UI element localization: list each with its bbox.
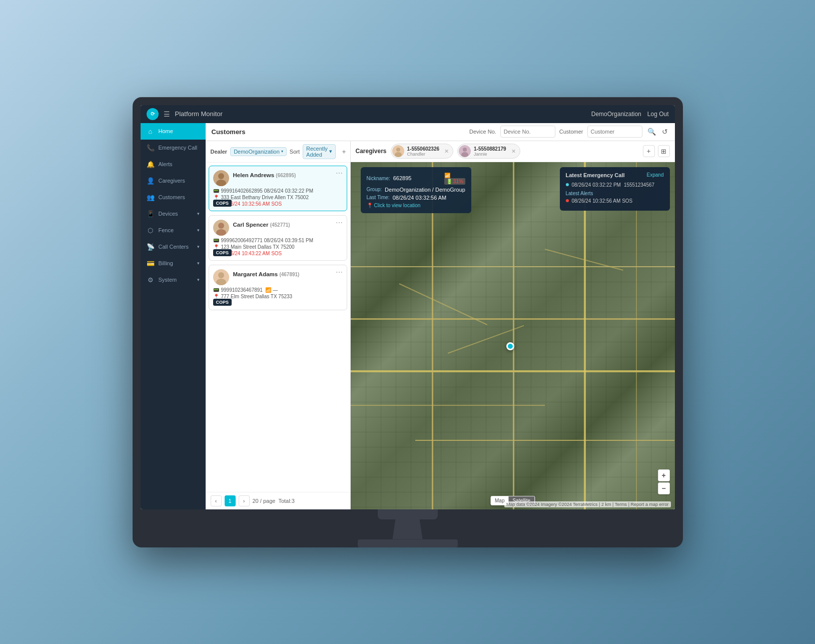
call-datetime: 08/26/24 03:32:22 PM (572, 182, 621, 188)
map-container[interactable]: Nickname: 662895 📶 🔋 31% (351, 162, 675, 509)
customer-sos-2: 🔴 — (213, 300, 343, 306)
sidebar-item-caregivers[interactable]: 👤 Caregivers (141, 173, 206, 189)
remove-caregiver-1[interactable]: ✕ (511, 148, 516, 155)
sidebar-item-customers[interactable]: 👥 Customers (141, 189, 206, 206)
settings-icon-cg: ⊞ (661, 148, 666, 155)
customer-phone-0: 📟 999916402662895 08/26/24 03:32:22 PM (213, 188, 343, 194)
address-icon-2: 📍 (213, 294, 219, 299)
sidebar-item-home[interactable]: ⌂ Home (141, 123, 206, 140)
add-filter-button[interactable]: ＋ (339, 146, 350, 157)
last-time-label: Last Time: (367, 195, 390, 200)
dealer-chevron-icon: ▾ (281, 149, 283, 154)
sidebar-item-fence[interactable]: ⬡ Fence ▾ (141, 222, 206, 239)
phone-icon: 📟 (213, 188, 219, 194)
nickname-value: 662895 (393, 175, 412, 181)
devices-icon: 📱 (147, 210, 155, 218)
svg-point-7 (218, 272, 224, 278)
customer-info-2: Margaret Adams (467891) (233, 269, 343, 278)
customer-avatar-2 (213, 269, 229, 285)
customer-name-2: Margaret Adams (467891) (233, 271, 300, 277)
sidebar-label-home: Home (159, 128, 173, 134)
marker-dot-blue (506, 342, 514, 350)
caregiver-name-0: 1-5550602326 (407, 146, 440, 152)
sidebar-label-emergency: Emergency Call (159, 145, 198, 151)
customer-list: Helen Andrews (662895) ⋯ 📟 9999164026628… (206, 163, 350, 492)
caregiver-chip-1[interactable]: 1-5550882179 Jannie ✕ (457, 144, 520, 159)
logout-button[interactable]: Log Out (647, 111, 669, 118)
call-indicator (566, 183, 569, 186)
alert-sos: 08/26/24 10:32:56 AM SOS (572, 198, 633, 204)
refresh-button[interactable]: ↺ (661, 127, 669, 137)
customer-sos-0: 🔴 08/26/24 10:32:56 AM SOS (213, 201, 343, 207)
search-button[interactable]: 🔍 (646, 127, 657, 137)
zoom-in-button[interactable]: + (658, 469, 670, 481)
call-centers-icon: 📡 (147, 243, 155, 251)
remove-caregiver-0[interactable]: ✕ (444, 148, 449, 155)
expand-link[interactable]: Expand (647, 172, 664, 178)
svg-point-14 (461, 152, 468, 157)
customer-menu-1[interactable]: ⋯ (336, 219, 343, 227)
dealer-label: Dealer (211, 149, 228, 155)
map-popup: Nickname: 662895 📶 🔋 31% (361, 167, 471, 213)
device-no-input[interactable] (500, 126, 555, 138)
logo: ⟳ (147, 108, 159, 120)
hamburger-icon[interactable]: ☰ (164, 110, 170, 118)
alerts-icon: 🔔 (147, 161, 155, 168)
sort-label: Sort (290, 149, 300, 155)
sidebar-item-emergency-call[interactable]: 📞 Emergency Call (141, 140, 206, 156)
sidebar-item-billing[interactable]: 💳 Billing ▾ (141, 255, 206, 272)
customer-menu-2[interactable]: ⋯ (336, 268, 343, 276)
next-page-button[interactable]: › (239, 495, 250, 506)
logo-icon: ⟳ (147, 108, 159, 120)
emergency-title: Latest Emergency Call (566, 172, 625, 178)
customer-address-2: 📍 777 Elm Street Dallas TX 75233 (213, 294, 343, 299)
cops-badge-2: COPS (213, 299, 232, 306)
sidebar: ⌂ Home 📞 Emergency Call 🔔 Alerts 👤 Careg… (141, 123, 206, 509)
chevron-down-icon: ▾ (197, 211, 200, 216)
chevron-down-icon-5: ▾ (197, 277, 200, 282)
customer-avatar-0 (213, 170, 229, 186)
total-count: Total:3 (278, 498, 294, 504)
sidebar-label-alerts: Alerts (159, 161, 173, 167)
per-page-select[interactable]: 20 / page (253, 498, 276, 504)
sidebar-item-system[interactable]: ⚙ System ▾ (141, 272, 206, 288)
sort-filter[interactable]: Recently Added ▾ (303, 144, 336, 159)
group-value: DemoOrganization / DemoGroup (385, 187, 465, 193)
sos-indicator (566, 199, 569, 202)
customer-input[interactable] (587, 126, 642, 138)
customer-menu-0[interactable]: ⋯ (336, 169, 343, 177)
view-location-link[interactable]: 📍 Click to view location (367, 203, 465, 208)
customer-card-0[interactable]: Helen Andrews (662895) ⋯ 📟 9999164026628… (209, 166, 347, 211)
caregiver-sub-0: Chandler (407, 152, 440, 157)
dealer-filter[interactable]: DemoOrganization ▾ (230, 147, 287, 156)
customer-card-2[interactable]: Margaret Adams (467891) ⋯ 📟 999910236467… (209, 265, 347, 310)
svg-point-1 (218, 173, 224, 179)
emergency-call-icon: 📞 (147, 144, 155, 152)
prev-page-button[interactable]: ‹ (211, 495, 222, 506)
customer-card-1[interactable]: Carl Spencer (452771) ⋯ 📟 99996200649277… (209, 215, 347, 261)
caregiver-chip-0[interactable]: 1-5550602326 Chandler ✕ (391, 144, 454, 159)
chevron-down-icon-3: ▾ (197, 244, 200, 249)
cops-badge-1: COPS (213, 249, 232, 256)
map-marker-primary[interactable] (506, 342, 516, 352)
zoom-out-button[interactable]: − (658, 482, 670, 494)
page-title: Customers (212, 128, 246, 136)
dealer-value: DemoOrganization (234, 149, 280, 155)
customer-label: Customer (559, 129, 583, 135)
address-icon-1: 📍 (213, 244, 219, 250)
chevron-down-icon-2: ▾ (197, 228, 200, 233)
add-caregiver-button[interactable]: ＋ (643, 145, 655, 157)
battery-indicator: 🔋 31% (444, 178, 465, 185)
caregiver-avatar-1 (459, 145, 471, 157)
caregiver-bar: Caregivers (351, 141, 675, 162)
svg-point-11 (395, 152, 402, 157)
caregiver-settings-button[interactable]: ⊞ (658, 145, 670, 157)
customer-name-1: Carl Spencer (452771) (233, 222, 290, 228)
pagination: ‹ 1 › 20 / page Total:3 (206, 492, 350, 509)
page-1-button[interactable]: 1 (225, 495, 236, 506)
sidebar-label-caregivers: Caregivers (159, 178, 185, 184)
sidebar-item-alerts[interactable]: 🔔 Alerts (141, 156, 206, 173)
sidebar-item-devices[interactable]: 📱 Devices ▾ (141, 206, 206, 222)
sidebar-item-call-centers[interactable]: 📡 Call Centers ▾ (141, 239, 206, 255)
location-pin-icon: 📍 (367, 203, 373, 208)
